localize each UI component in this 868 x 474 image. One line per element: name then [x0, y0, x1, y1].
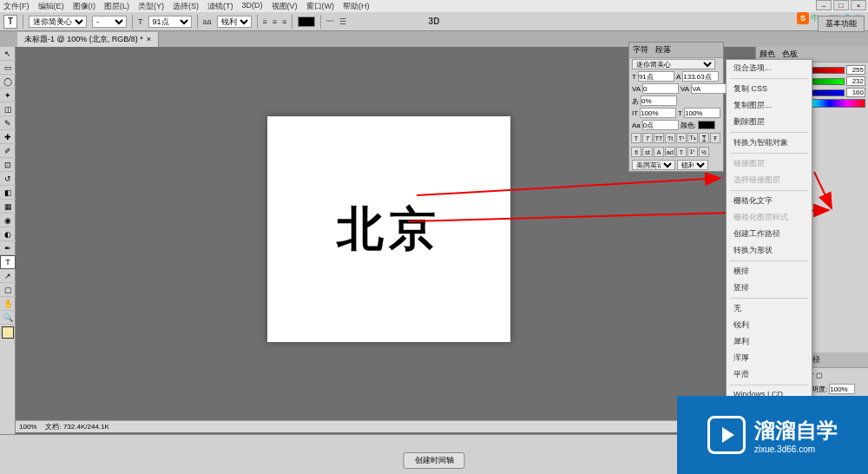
marquee-tool[interactable]: ▭ [0, 61, 16, 75]
opentype-1st[interactable]: 1ˢ [687, 147, 698, 157]
font-style-select[interactable]: - [92, 16, 127, 28]
maximize-button[interactable]: □ [833, 0, 849, 10]
context-menu-item[interactable]: 浑厚 [727, 350, 812, 366]
text-tool-icon[interactable]: T [3, 15, 17, 29]
context-menu-item[interactable]: 无 [727, 300, 812, 317]
wand-tool[interactable]: ✦ [0, 89, 16, 102]
faux-bold[interactable]: T [631, 133, 641, 143]
b-value[interactable]: 160 [846, 88, 865, 97]
context-menu-item[interactable]: 平滑 [727, 366, 812, 383]
text-color-swatch[interactable] [298, 16, 315, 27]
font-family-select[interactable]: 迷你简美心 [29, 16, 87, 28]
r-value[interactable]: 255 [846, 65, 865, 75]
text-tool[interactable]: T [0, 255, 16, 269]
menu-view[interactable]: 视图(V) [272, 1, 298, 11]
character-panel[interactable]: 字符 段落 迷你简美心 T A VA VA あ IT T Aa 颜色: T T … [628, 42, 724, 172]
superscript[interactable]: T¹ [676, 133, 687, 143]
pen-tool[interactable]: ✒ [0, 241, 16, 255]
sogou-icon[interactable]: S [797, 12, 809, 24]
document-tab[interactable]: 未标题-1 @ 100% (北京, RGB/8) * × [17, 32, 159, 47]
dodge-tool[interactable]: ◐ [0, 227, 16, 241]
gradient-tool[interactable]: ▦ [0, 200, 16, 214]
character-tab[interactable]: 字符 [633, 44, 648, 56]
warp-text-icon[interactable]: 〰 [326, 17, 334, 26]
menu-3d[interactable]: 3D(D) [242, 1, 263, 11]
aa-select[interactable]: 锐利 [217, 16, 252, 28]
menu-filter[interactable]: 滤镜(T) [207, 1, 233, 11]
align-right-icon[interactable]: ≡ [282, 17, 286, 26]
g-value[interactable]: 232 [846, 76, 865, 86]
brush-tool[interactable]: ✐ [0, 144, 16, 158]
opentype-frac[interactable]: ½ [699, 147, 709, 157]
menu-image[interactable]: 图像(I) [73, 1, 96, 11]
all-caps[interactable]: TT [654, 133, 664, 143]
align-left-icon[interactable]: ≡ [263, 17, 267, 26]
char-aa[interactable]: 锐利 [677, 160, 708, 170]
subscript[interactable]: T₁ [687, 133, 698, 143]
context-menu-item[interactable]: 栅格化文字 [727, 193, 812, 209]
opentype-fi[interactable]: fi [631, 147, 641, 157]
opentype-ad[interactable]: ad [665, 147, 675, 157]
context-menu-item[interactable]: 横排 [727, 263, 812, 280]
char-hscale[interactable] [684, 108, 720, 118]
char-baseline[interactable] [641, 95, 677, 106]
opentype-t[interactable]: T [676, 147, 687, 157]
context-menu-item[interactable]: 转换为形状 [727, 242, 812, 259]
char-size[interactable] [638, 71, 674, 82]
filter-icon[interactable]: ▢ [816, 372, 823, 379]
context-menu-item[interactable]: 创建工作路径 [727, 226, 812, 242]
healing-tool[interactable]: ✚ [0, 130, 16, 144]
stamp-tool[interactable]: ⊡ [0, 158, 16, 172]
context-menu-item[interactable]: 混合选项... [727, 60, 812, 76]
context-menu-item[interactable]: 转换为智能对象 [727, 135, 812, 151]
move-tool[interactable]: ↖ [0, 47, 16, 61]
menu-edit[interactable]: 编辑(E) [38, 1, 64, 11]
context-menu-item[interactable]: 锐利 [727, 317, 812, 333]
strikethrough[interactable]: Ŧ [710, 133, 720, 143]
opentype-a[interactable]: A [654, 147, 664, 157]
canvas[interactable]: 北京 [267, 116, 510, 342]
zoom-level[interactable]: 100% [19, 423, 36, 431]
small-caps[interactable]: Tt [665, 133, 675, 143]
3d-mode-label[interactable]: 3D [429, 16, 440, 26]
char-vscale[interactable] [640, 108, 676, 118]
char-tracking[interactable] [691, 83, 727, 94]
hand-tool[interactable]: ✋ [0, 297, 16, 311]
crop-tool[interactable]: ◫ [0, 102, 16, 116]
context-menu-item[interactable]: 复制图层... [727, 97, 812, 114]
opentype-st[interactable]: st [642, 147, 653, 157]
menu-help[interactable]: 帮助(H) [343, 1, 370, 11]
lasso-tool[interactable]: ◯ [0, 75, 16, 89]
char-leading[interactable] [682, 71, 719, 82]
text-layer-content[interactable]: 北京 [337, 198, 441, 261]
history-brush-tool[interactable]: ↺ [0, 172, 16, 186]
close-button[interactable]: × [851, 0, 866, 10]
eraser-tool[interactable]: ◧ [0, 186, 16, 200]
workspace-switcher[interactable]: 基本功能 [818, 16, 865, 32]
context-menu-item[interactable]: 删除图层 [727, 114, 812, 130]
char-panel-icon[interactable]: ☰ [339, 17, 346, 26]
char-kerning[interactable] [642, 83, 679, 94]
underline[interactable]: T̲ [699, 133, 709, 143]
eyedropper-tool[interactable]: ✎ [0, 116, 16, 130]
close-tab-icon[interactable]: × [147, 35, 151, 43]
char-baselineshift[interactable] [642, 120, 679, 130]
context-menu-item[interactable]: 复制 CSS [727, 81, 812, 97]
char-font-select[interactable]: 迷你简美心 [632, 59, 715, 69]
create-timeline-button[interactable]: 创建时间轴 [404, 452, 465, 469]
path-tool[interactable]: ↗ [0, 269, 16, 283]
menu-select[interactable]: 选择(S) [173, 1, 199, 11]
char-lang[interactable]: 美国英语 [632, 160, 675, 170]
faux-italic[interactable]: T [642, 133, 653, 143]
align-center-icon[interactable]: ≡ [273, 17, 277, 26]
foreground-color[interactable] [2, 326, 14, 339]
shape-tool[interactable]: ▢ [0, 283, 16, 297]
menu-file[interactable]: 文件(F) [3, 1, 30, 11]
context-menu-item[interactable]: 犀利 [727, 333, 812, 350]
menu-layer[interactable]: 图层(L) [104, 1, 129, 11]
minimize-button[interactable]: – [816, 0, 832, 10]
menu-type[interactable]: 类型(Y) [138, 1, 164, 11]
font-size-select[interactable]: 91点 [148, 16, 192, 28]
context-menu-item[interactable]: 竖排 [727, 280, 812, 296]
paragraph-tab[interactable]: 段落 [655, 44, 671, 56]
